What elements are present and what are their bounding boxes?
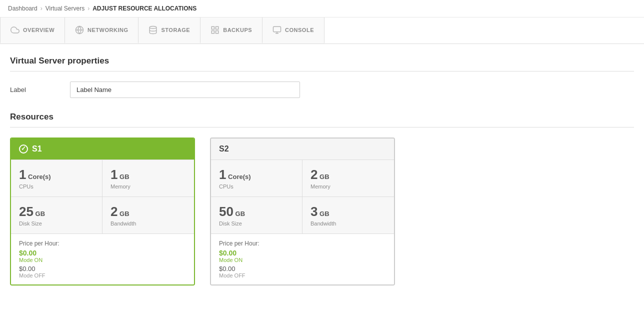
tab-overview[interactable]: OVERVIEW — [0, 18, 65, 44]
plan-s2-specs: 1 Core(s) CPUs 2 GB Memory 50 GB Disk Si… — [211, 160, 394, 234]
svg-rect-4 — [216, 26, 218, 29]
tab-storage-label: STORAGE — [161, 27, 190, 33]
s2-cpu-unit: Core(s) — [228, 173, 251, 180]
breadcrumb-virtual-servers[interactable]: Virtual Servers — [46, 5, 84, 12]
svg-rect-6 — [216, 31, 218, 34]
properties-divider — [10, 71, 634, 72]
s2-mem-label: Memory — [310, 184, 386, 190]
breadcrumb-current: ADJUST RESOURCE ALLOCATIONS — [92, 5, 196, 12]
tab-backups[interactable]: BACKUPS — [200, 18, 262, 44]
tab-storage[interactable]: STORAGE — [138, 18, 200, 44]
svg-point-2 — [150, 26, 157, 29]
breadcrumb-sep-2: › — [88, 5, 90, 12]
plan-s1-specs: 1 Core(s) CPUs 1 GB Memory 25 GB Disk Si… — [11, 160, 194, 234]
tab-networking[interactable]: NETWORKING — [65, 18, 138, 44]
label-field-label: Label — [10, 86, 70, 94]
s1-bw-label: Bandwidth — [110, 220, 186, 226]
s1-bw-unit: GB — [120, 210, 130, 218]
s1-spec-disk: 25 GB Disk Size — [11, 197, 102, 234]
s2-bw-label: Bandwidth — [310, 220, 386, 226]
s1-spec-cpus: 1 Core(s) CPUs — [11, 160, 102, 197]
s1-cpu-num: 1 — [19, 167, 26, 182]
svg-rect-3 — [212, 26, 214, 29]
s2-bw-unit: GB — [320, 210, 330, 218]
main-content: Virtual Server properties Label Resource… — [0, 44, 644, 298]
s1-disk-num: 25 — [19, 204, 34, 219]
plan-s1-name: S1 — [32, 144, 42, 154]
breadcrumb: Dashboard › Virtual Servers › ADJUST RES… — [0, 0, 644, 18]
plans-grid: S1 1 Core(s) CPUs 1 GB Memory 25 — [10, 138, 634, 286]
plan-s2[interactable]: S2 1 Core(s) CPUs 2 GB Memory 50 — [210, 138, 395, 286]
s2-pricing: Price per Hour: $0.00 Mode ON $0.00 Mode… — [211, 234, 394, 284]
s2-mem-unit: GB — [320, 173, 330, 180]
label-row: Label — [10, 82, 634, 98]
tab-console-label: CONSOLE — [285, 27, 314, 33]
plan-s2-name: S2 — [219, 144, 229, 154]
s1-disk-unit: GB — [36, 210, 46, 218]
s2-mode-on-label: Mode ON — [219, 257, 386, 263]
tab-networking-label: NETWORKING — [88, 27, 128, 33]
s1-mode-on-price: $0.00 — [19, 249, 186, 257]
s2-disk-unit: GB — [236, 210, 246, 218]
s1-mem-num: 1 — [110, 167, 118, 182]
s1-spec-bandwidth: 2 GB Bandwidth — [102, 197, 194, 234]
properties-title: Virtual Server properties — [10, 56, 634, 66]
tab-bar: OVERVIEW NETWORKING STORAGE BACKUPS — [0, 18, 644, 44]
svg-rect-7 — [274, 26, 281, 32]
s2-price-label: Price per Hour: — [219, 240, 386, 247]
storage-icon — [148, 26, 158, 34]
s2-spec-disk: 50 GB Disk Size — [211, 197, 302, 234]
plan-s2-header: S2 — [211, 138, 394, 160]
s1-mode-off-price: $0.00 — [19, 265, 186, 272]
s1-mode-off-label: Mode OFF — [19, 272, 186, 278]
s2-mode-off-price: $0.00 — [219, 265, 386, 272]
s1-mem-unit: GB — [120, 173, 130, 180]
s1-disk-label: Disk Size — [19, 220, 94, 226]
tab-console[interactable]: CONSOLE — [262, 18, 324, 44]
s2-disk-label: Disk Size — [219, 220, 294, 226]
s1-mode-on-label: Mode ON — [19, 257, 186, 263]
resources-divider — [10, 127, 634, 128]
s2-spec-memory: 2 GB Memory — [302, 160, 394, 197]
s2-cpu-num: 1 — [219, 167, 226, 182]
plan-s1[interactable]: S1 1 Core(s) CPUs 1 GB Memory 25 — [10, 138, 195, 286]
monitor-icon — [272, 26, 282, 34]
breadcrumb-dashboard[interactable]: Dashboard — [8, 5, 38, 12]
s2-bw-num: 3 — [310, 204, 318, 219]
s2-mem-num: 2 — [310, 167, 318, 182]
tab-overview-label: OVERVIEW — [23, 27, 54, 33]
s2-spec-bandwidth: 3 GB Bandwidth — [302, 197, 394, 234]
breadcrumb-sep-1: › — [40, 5, 42, 12]
s2-spec-cpus: 1 Core(s) CPUs — [211, 160, 302, 197]
tab-backups-label: BACKUPS — [223, 27, 252, 33]
grid-icon — [210, 26, 220, 34]
cloud-icon — [10, 26, 20, 34]
properties-section: Virtual Server properties Label — [10, 56, 634, 98]
s1-mem-label: Memory — [110, 184, 186, 190]
svg-rect-5 — [212, 31, 214, 34]
plan-s1-header: S1 — [11, 138, 194, 160]
s1-pricing: Price per Hour: $0.00 Mode ON $0.00 Mode… — [11, 234, 194, 284]
s2-mode-on-price: $0.00 — [219, 249, 386, 257]
s1-price-label: Price per Hour: — [19, 240, 186, 247]
s1-cpu-unit: Core(s) — [28, 173, 51, 180]
label-input[interactable] — [70, 82, 300, 98]
resources-title: Resources — [10, 112, 634, 122]
s1-cpu-label: CPUs — [19, 184, 94, 190]
globe-icon — [75, 26, 84, 34]
s2-cpu-label: CPUs — [219, 184, 294, 190]
s1-spec-memory: 1 GB Memory — [102, 160, 194, 197]
resources-section: Resources S1 1 Core(s) CPUs 1 GB — [10, 112, 634, 286]
s1-bw-num: 2 — [110, 204, 118, 219]
s2-mode-off-label: Mode OFF — [219, 272, 386, 278]
s2-disk-num: 50 — [219, 204, 234, 219]
check-icon-s1 — [19, 144, 28, 154]
